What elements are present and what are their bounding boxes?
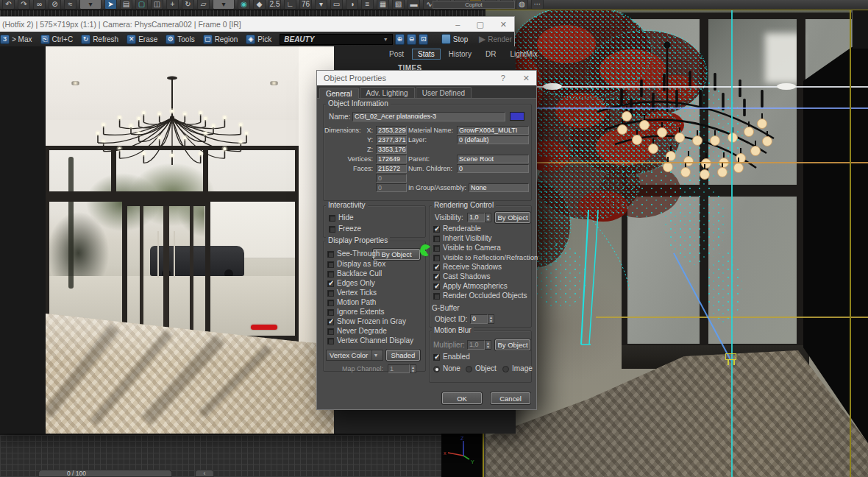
- backface-cull-checkbox[interactable]: [327, 271, 334, 278]
- use-pivot-point-center-icon[interactable]: ◉: [238, 0, 250, 10]
- tab-adv-lighting[interactable]: Adv. Lighting: [360, 87, 415, 98]
- rectangular-selection-region-icon[interactable]: ▢: [135, 0, 148, 10]
- vfb-titlebar[interactable]: (Hotfix 2) | 575×719px (1:1) | Camera: P…: [0, 17, 514, 32]
- dialog-titlebar[interactable]: Object Properties ? ✕: [317, 71, 536, 85]
- erase-button[interactable]: ✕Erase: [124, 34, 160, 45]
- percent-snap-toggle-icon[interactable]: 76: [299, 0, 312, 10]
- mb-none-radio[interactable]: [433, 366, 440, 372]
- multiplier-field[interactable]: 1,0: [467, 340, 485, 350]
- vertex-channel-display-checkbox[interactable]: [327, 338, 334, 344]
- mirror-icon[interactable]: ◑: [346, 0, 358, 10]
- object-id-field[interactable]: 0: [470, 314, 488, 324]
- cancel-button[interactable]: Cancel: [491, 392, 530, 404]
- inherit-visibility-checkbox[interactable]: [433, 236, 440, 242]
- camera-target-gizmo[interactable]: [725, 353, 736, 360]
- hide-checkbox[interactable]: [329, 215, 335, 222]
- reference-coordinate-dropdown-icon[interactable]: ▾: [213, 0, 235, 10]
- close-icon[interactable]: ✕: [500, 20, 507, 29]
- freeze-checkbox[interactable]: [329, 226, 335, 233]
- tab-general[interactable]: General: [319, 88, 359, 99]
- angle-snap-toggle-icon[interactable]: ∟: [284, 0, 296, 10]
- toggle-layer-explorer-icon[interactable]: ▧: [392, 0, 405, 10]
- render-button[interactable]: Render: [488, 35, 512, 43]
- pick-button[interactable]: ◈Pick: [243, 34, 274, 45]
- track-bar[interactable]: [0, 10, 485, 16]
- bind-to-space-warp-icon[interactable]: ≈: [64, 0, 77, 10]
- name-field[interactable]: CGt_02_Acer platanoides-3: [352, 112, 505, 121]
- redo-icon[interactable]: ↷: [18, 0, 30, 10]
- tab-user-defined[interactable]: User Defined: [416, 87, 472, 98]
- copilot-dropdown[interactable]: Copilot: [433, 1, 515, 9]
- display-by-object-button[interactable]: By Object: [373, 249, 420, 260]
- apply-atmospherics-checkbox[interactable]: [433, 283, 440, 290]
- visible-to-reflection-checkbox[interactable]: [433, 255, 440, 261]
- maximize-icon[interactable]: ▢: [476, 20, 483, 29]
- selection-filter-dropdown-icon[interactable]: ▾: [79, 0, 102, 10]
- edges-only-checkbox[interactable]: [327, 280, 334, 287]
- edit-named-selection-sets-icon[interactable]: ▭: [330, 0, 343, 10]
- multiplier-spinner[interactable]: ▲▼: [485, 340, 491, 350]
- select-and-rotate-icon[interactable]: ↻: [182, 0, 194, 10]
- help-icon[interactable]: ?: [501, 74, 505, 83]
- copy-button[interactable]: ⎘Ctrl+C: [38, 34, 77, 45]
- renderable-checkbox[interactable]: [433, 226, 440, 233]
- select-and-manipulate-icon[interactable]: ◆: [253, 0, 266, 10]
- tab-history[interactable]: History: [443, 49, 477, 60]
- chandelier-object[interactable]: [485, 9, 868, 477]
- dimension-y-field[interactable]: 2377,371m: [376, 135, 407, 144]
- vertex-color-dropdown[interactable]: Vertex Color▼: [326, 350, 383, 361]
- ignore-extents-checkbox[interactable]: [327, 309, 334, 316]
- mb-enabled-checkbox[interactable]: [433, 354, 440, 361]
- object-id-spinner[interactable]: ▲▼: [488, 314, 494, 324]
- dimension-x-field[interactable]: 2353,229m: [376, 126, 407, 135]
- ok-button[interactable]: OK: [442, 392, 482, 404]
- select-by-name-icon[interactable]: ▤: [120, 0, 132, 10]
- time-slider-nav-button[interactable]: ‹: [195, 470, 214, 477]
- see-through-checkbox[interactable]: [327, 251, 334, 258]
- select-and-link-icon[interactable]: ∞: [33, 0, 46, 10]
- receive-shadows-checkbox[interactable]: [433, 264, 440, 271]
- show-frozen-in-gray-checkbox[interactable]: [327, 319, 334, 325]
- visibility-field[interactable]: 1,0: [467, 213, 485, 222]
- render-occluded-checkbox[interactable]: [433, 293, 440, 300]
- zoom-reset-icon[interactable]: ⊡: [419, 34, 428, 45]
- mb-image-radio[interactable]: [502, 366, 509, 372]
- toggle-scene-explorer-icon[interactable]: ▦: [377, 0, 389, 10]
- shaded-button[interactable]: Shaded: [386, 350, 420, 361]
- snaps-toggle-icon[interactable]: 2.5: [268, 0, 281, 10]
- mb-object-radio[interactable]: [466, 366, 472, 372]
- undo-icon[interactable]: ↶: [2, 0, 15, 10]
- perspective-viewport[interactable]: [485, 9, 868, 477]
- select-and-move-icon[interactable]: +: [166, 0, 179, 10]
- zoom-in-icon[interactable]: ⊕: [395, 34, 405, 45]
- tab-stats[interactable]: Stats: [412, 49, 441, 60]
- tools-button[interactable]: ⚙Tools: [163, 34, 197, 45]
- wirecolor-swatch[interactable]: [510, 112, 524, 121]
- unlink-selection-icon[interactable]: ⊘: [49, 0, 61, 10]
- align-icon[interactable]: ≡: [361, 0, 374, 10]
- visibility-by-object-button[interactable]: By Object: [495, 212, 530, 223]
- display-as-box-checkbox[interactable]: [327, 261, 334, 268]
- more-tools-icon[interactable]: ⋯: [531, 0, 544, 10]
- region-button[interactable]: ▢Region: [200, 34, 241, 45]
- visibility-spinner[interactable]: ▲▼: [485, 213, 491, 222]
- vertex-ticks-checkbox[interactable]: [327, 290, 334, 297]
- select-object-icon[interactable]: ➤: [104, 0, 117, 10]
- never-degrade-checkbox[interactable]: [327, 328, 334, 335]
- select-and-scale-icon[interactable]: ▱: [197, 0, 210, 10]
- zoom-out-icon[interactable]: ⊖: [407, 34, 416, 45]
- dock-to-max-button[interactable]: 3> Max: [0, 34, 35, 45]
- stop-button[interactable]: Stop: [453, 35, 469, 43]
- map-channel-field[interactable]: 1: [388, 364, 410, 373]
- motion-blur-by-object-button[interactable]: By Object: [495, 339, 530, 350]
- dimension-z-field[interactable]: 3353,176m: [376, 145, 407, 154]
- spinner-snap-toggle-icon[interactable]: ▾: [315, 0, 327, 10]
- motion-path-checkbox[interactable]: [327, 300, 334, 306]
- window-crossing-toggle-icon[interactable]: ◫: [151, 0, 163, 10]
- stop-icon[interactable]: [441, 34, 450, 44]
- refresh-button[interactable]: ↻Refresh: [78, 34, 121, 45]
- left-viewport-mini[interactable]: x Y Z: [441, 432, 484, 477]
- visible-to-camera-checkbox[interactable]: [433, 245, 440, 252]
- minimize-icon[interactable]: –: [455, 20, 460, 29]
- tab-lightmix[interactable]: LightMix: [504, 49, 543, 60]
